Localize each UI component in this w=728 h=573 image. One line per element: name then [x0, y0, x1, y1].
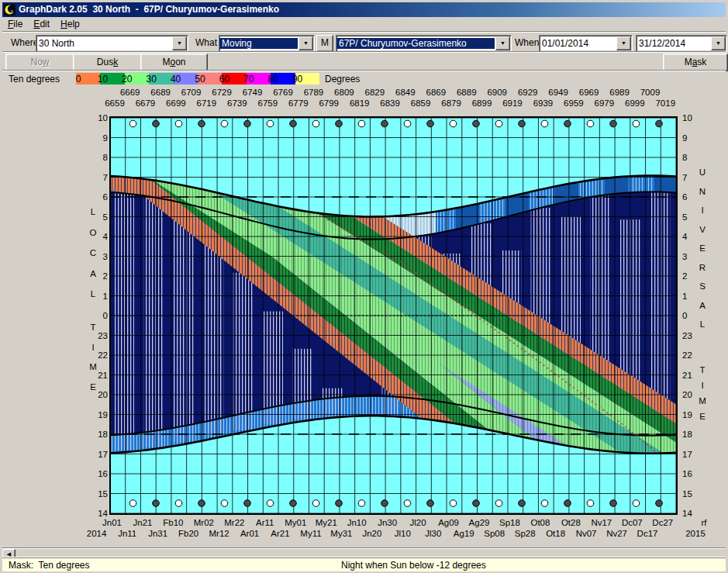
legend-unit-label: Degrees: [325, 74, 360, 85]
where-combobox[interactable]: 30 North ▼: [36, 35, 188, 52]
svg-text:6709: 6709: [181, 88, 202, 97]
status-mask-text: Mask: Ten degrees: [9, 560, 90, 571]
svg-text:Mr22: Mr22: [224, 518, 244, 527]
svg-text:6919: 6919: [502, 98, 523, 108]
svg-text:6819: 6819: [350, 98, 370, 108]
svg-text:Fb20: Fb20: [178, 529, 198, 538]
svg-text:E: E: [699, 243, 706, 253]
svg-text:Nv27: Nv27: [606, 529, 627, 538]
svg-text:6929: 6929: [518, 88, 538, 97]
title-bar[interactable]: GraphDark 2.05 30 North - 67P/ Churyumov…: [2, 2, 726, 17]
svg-text:7: 7: [103, 173, 108, 182]
svg-text:Jl20: Jl20: [410, 518, 426, 527]
svg-text:16: 16: [682, 469, 692, 478]
svg-text:Dc17: Dc17: [637, 529, 658, 538]
svg-text:20: 20: [98, 390, 108, 399]
svg-text:E: E: [90, 382, 96, 392]
svg-text:A: A: [699, 301, 706, 310]
svg-text:10: 10: [682, 113, 692, 123]
svg-text:Sp28: Sp28: [515, 529, 536, 538]
svg-text:E: E: [699, 412, 706, 421]
legend-tick-label: 0: [76, 74, 81, 85]
selection-toolbar: Where 30 North ▼ What Moving ▼ M 67P/ Ch…: [2, 31, 726, 52]
svg-text:21: 21: [682, 371, 692, 380]
svg-text:6749: 6749: [243, 88, 263, 97]
svg-text:10: 10: [98, 113, 108, 123]
svg-text:Ot28: Ot28: [561, 518, 581, 527]
legend-tick-label: 30: [147, 74, 157, 85]
svg-text:6809: 6809: [334, 88, 354, 97]
svg-text:6: 6: [682, 192, 687, 202]
svg-text:6849: 6849: [395, 88, 416, 97]
svg-text:U: U: [699, 167, 706, 177]
svg-text:T: T: [90, 323, 95, 332]
menu-help[interactable]: Help: [55, 18, 85, 30]
moon-button[interactable]: Moon: [140, 54, 208, 71]
svg-text:15: 15: [682, 489, 692, 499]
what-label: What: [195, 37, 217, 48]
menu-edit[interactable]: Edit: [28, 18, 55, 30]
svg-text:6: 6: [103, 192, 108, 202]
mask-button[interactable]: Mask: [663, 54, 728, 71]
horizontal-scrollbar[interactable]: ◀: [2, 547, 726, 558]
legend-tick-label: 60: [219, 74, 229, 85]
svg-text:3: 3: [103, 252, 108, 261]
chevron-down-icon[interactable]: ▼: [172, 36, 187, 50]
status-bar: Mask: Ten degrees Night when Sun below -…: [2, 557, 726, 571]
svg-text:My01: My01: [285, 518, 306, 527]
svg-text:2014: 2014: [87, 529, 107, 538]
status-night-text: Night when Sun below -12 degrees: [341, 560, 486, 571]
chevron-down-icon[interactable]: ▼: [711, 36, 726, 50]
svg-text:My11: My11: [300, 529, 321, 538]
where-label: Where: [11, 37, 38, 48]
svg-text:17: 17: [98, 450, 108, 459]
svg-text:2: 2: [682, 271, 687, 281]
svg-text:6739: 6739: [227, 98, 247, 108]
svg-text:17: 17: [682, 450, 692, 459]
svg-text:0: 0: [682, 311, 687, 320]
svg-text:6679: 6679: [136, 98, 156, 108]
svg-text:5: 5: [103, 212, 108, 222]
svg-text:6899: 6899: [472, 98, 492, 108]
m-button[interactable]: M: [316, 35, 333, 52]
now-button[interactable]: Now: [5, 54, 74, 71]
svg-text:1: 1: [103, 292, 108, 301]
graphdark-window: { "window": { "title": "GraphDark 2.05 3…: [0, 0, 728, 573]
svg-text:6979: 6979: [595, 98, 615, 108]
chevron-down-icon[interactable]: ▼: [616, 36, 631, 50]
svg-text:Ar11: Ar11: [256, 518, 274, 527]
svg-text:L: L: [700, 319, 706, 329]
chevron-down-icon[interactable]: ▼: [298, 36, 313, 50]
svg-text:7: 7: [682, 173, 687, 182]
date-end-value: 31/12/2014: [637, 38, 710, 49]
legend-tick-label: 80: [268, 74, 278, 85]
app-icon: [4, 4, 16, 16]
svg-text:19: 19: [682, 410, 692, 419]
date-end-combobox[interactable]: 31/12/2014 ▼: [636, 35, 727, 52]
svg-text:4: 4: [682, 232, 688, 241]
svg-text:Mr02: Mr02: [194, 518, 214, 527]
menu-file[interactable]: File: [2, 18, 28, 30]
legend-tick-label: 10: [98, 74, 108, 85]
what-combobox[interactable]: Moving ▼: [219, 35, 315, 52]
object-combobox[interactable]: 67P/ Churyumov-Gerasimenko ▼: [336, 35, 512, 52]
svg-text:Ot18: Ot18: [546, 529, 565, 538]
svg-text:Dc27: Dc27: [652, 518, 673, 527]
svg-text:6969: 6969: [579, 88, 599, 97]
legend-tick-label: 90: [292, 74, 302, 85]
dusk-button[interactable]: Dusk: [73, 54, 142, 71]
svg-text:Fb10: Fb10: [163, 518, 183, 527]
svg-text:18: 18: [98, 430, 108, 439]
svg-text:6659: 6659: [105, 98, 125, 108]
svg-text:6769: 6769: [273, 88, 293, 97]
svg-text:1: 1: [682, 292, 687, 301]
chevron-down-icon[interactable]: ▼: [495, 36, 510, 50]
svg-text:Ar21: Ar21: [271, 529, 289, 538]
svg-text:R: R: [699, 263, 706, 272]
svg-text:M: M: [89, 362, 97, 371]
date-start-combobox[interactable]: 01/01/2014 ▼: [539, 35, 633, 52]
svg-text:6989: 6989: [609, 88, 630, 97]
svg-text:I: I: [701, 205, 703, 215]
svg-text:6949: 6949: [548, 88, 568, 97]
svg-text:T: T: [699, 365, 705, 375]
